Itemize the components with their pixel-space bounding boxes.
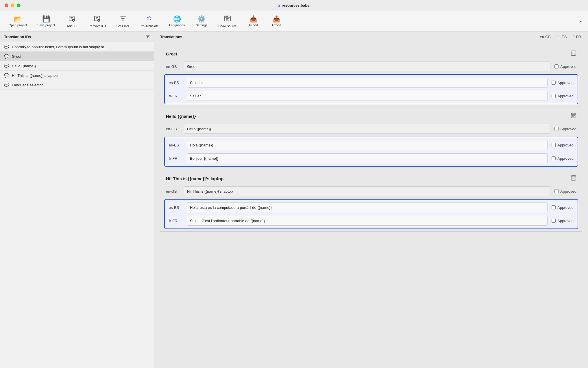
filter-icon[interactable] [145, 34, 150, 40]
export-icon: 📤 [273, 16, 280, 22]
hi-laptop-en-gb-input[interactable] [184, 186, 550, 196]
translation-ids-list: 💬 Contrary to popular belief, Lorem Ipsu… [0, 42, 154, 368]
settings-button[interactable]: ⚙️ Settings [190, 14, 213, 29]
minimize-button[interactable] [11, 3, 14, 7]
languages-button[interactable]: 🌐 Languages [164, 14, 190, 29]
greet-es-es-approved-group: Approved [552, 81, 574, 85]
hello-name-fr-fr-input[interactable] [187, 153, 548, 163]
main-layout: Translation IDs 💬 Contrary to popular be… [0, 32, 588, 368]
settings-icon: ⚙️ [198, 16, 206, 22]
hi-laptop-fr-fr-input[interactable] [187, 216, 548, 226]
greet-section-divider [160, 107, 582, 107]
left-panel: Translation IDs 💬 Contrary to popular be… [0, 32, 154, 368]
greet-es-es-input[interactable] [187, 78, 548, 88]
list-item-text: Language selector [12, 83, 43, 87]
hello-name-section-icon[interactable] [571, 113, 576, 120]
app-title: b resources.babel [278, 3, 310, 8]
hi-laptop-en-gb-approved-group: Approved [554, 189, 576, 194]
list-item[interactable]: 💬 Greet [0, 52, 154, 61]
greet-es-es-approved-checkbox[interactable] [552, 81, 556, 85]
maximize-button[interactable] [17, 3, 21, 7]
hi-laptop-section-icon[interactable] [571, 175, 576, 182]
pre-translate-icon [146, 15, 153, 23]
add-id-icon [68, 15, 75, 23]
pre-translate-label: Pre-Translate [140, 24, 159, 28]
list-item-text: Hi! This is {{name}}'s laptop [12, 73, 58, 78]
show-source-icon [224, 15, 231, 23]
comment-icon: 💬 [4, 54, 9, 59]
add-id-button[interactable]: Add ID [60, 13, 83, 30]
hello-name-fr-fr-approved-label: Approved [557, 156, 574, 161]
lang-tab-es-es[interactable]: es-ES [555, 34, 568, 40]
list-item[interactable]: 💬 Hi! This is {{name}}'s laptop [0, 71, 154, 80]
greet-es-es-lang-label: es-ES [169, 81, 183, 85]
hello-name-section-title: Hello {{name}} [166, 114, 196, 119]
hi-laptop-es-es-row: es-ES Approved [165, 201, 578, 214]
comment-icon: 💬 [4, 64, 9, 68]
lang-tab-en-gb[interactable]: en-GB [539, 34, 552, 40]
hi-laptop-fr-fr-approved-checkbox[interactable] [552, 219, 556, 223]
hello-name-en-gb-input[interactable] [184, 124, 550, 134]
greet-en-gb-approved-checkbox[interactable] [554, 64, 559, 68]
save-project-icon: 💾 [42, 16, 50, 22]
hi-laptop-es-es-input[interactable] [187, 202, 548, 212]
hello-name-es-es-approved-checkbox[interactable] [552, 143, 556, 147]
set-filter-button[interactable]: Set Filter [111, 13, 134, 30]
hi-laptop-highlight-group: es-ES Approved fr-FR Approved [164, 199, 578, 229]
export-button[interactable]: 📤 Export [265, 14, 288, 29]
hi-laptop-fr-fr-approved-group: Approved [552, 219, 574, 223]
greet-en-gb-row: en-GB Approved [160, 60, 582, 73]
list-item[interactable]: 💬 Language selector [0, 80, 154, 90]
greet-fr-fr-approved-checkbox[interactable] [552, 94, 556, 98]
hello-name-es-es-approved-label: Approved [557, 143, 574, 147]
lang-tab-fr-fr[interactable]: fr-FR [571, 34, 582, 40]
remove-ids-button[interactable]: Remove IDs [83, 13, 111, 30]
close-button[interactable] [5, 3, 8, 7]
hi-laptop-es-es-approved-group: Approved [552, 205, 574, 210]
import-button[interactable]: 📥 Import [242, 14, 265, 29]
hello-name-section: Hello {{name}} en-GB [160, 109, 582, 169]
greet-fr-fr-approved-group: Approved [552, 94, 574, 98]
hi-laptop-section-header: Hi! This is {{name}}'s laptop [160, 172, 582, 185]
comment-icon: 💬 [4, 83, 9, 87]
hi-laptop-en-gb-approved-checkbox[interactable] [554, 189, 559, 193]
title-bar: b resources.babel [0, 0, 588, 11]
save-project-button[interactable]: 💾 Save project [32, 14, 60, 29]
right-panel: Translations en-GB es-ES fr-FR Greet [154, 32, 588, 368]
remove-ids-label: Remove IDs [88, 24, 106, 28]
translations-title: Translations [160, 35, 182, 39]
greet-en-gb-lang-label: en-GB [166, 64, 180, 69]
greet-fr-fr-input[interactable] [187, 91, 548, 101]
show-source-button[interactable]: Show source [213, 13, 242, 30]
title-text: resources.babel [282, 3, 310, 8]
hi-laptop-section-divider [160, 231, 582, 232]
hello-name-fr-fr-row: fr-FR Approved [165, 152, 578, 165]
greet-en-gb-approved-group: Approved [554, 64, 576, 69]
languages-icon: 🌐 [173, 16, 181, 22]
open-project-button[interactable]: 📂 Open project [3, 14, 32, 29]
window-controls [5, 3, 21, 7]
right-panel-header: Translations en-GB es-ES fr-FR [154, 32, 588, 42]
greet-section-icon[interactable] [571, 50, 576, 57]
hello-name-en-gb-approved-group: Approved [554, 127, 576, 131]
list-item[interactable]: 💬 Hello {{name}} [0, 61, 154, 71]
remove-ids-icon [94, 15, 101, 23]
greet-fr-fr-approved-label: Approved [557, 94, 574, 98]
hello-name-en-gb-approved-checkbox[interactable] [554, 127, 559, 131]
pre-translate-button[interactable]: Pre-Translate [134, 13, 164, 30]
hi-laptop-section-title: Hi! This is {{name}}'s laptop [166, 176, 223, 181]
greet-en-gb-input[interactable] [184, 62, 550, 71]
toolbar-expand-button[interactable]: » [577, 16, 585, 27]
greet-en-gb-approved-label: Approved [560, 64, 576, 69]
hi-laptop-en-gb-row: en-GB Approved [160, 185, 582, 198]
hi-laptop-fr-fr-lang-label: fr-FR [169, 219, 183, 223]
hi-laptop-es-es-approved-checkbox[interactable] [552, 205, 556, 209]
greet-es-es-approved-label: Approved [557, 81, 574, 85]
hello-name-es-es-input[interactable] [187, 140, 548, 150]
open-project-icon: 📂 [14, 16, 22, 22]
list-item[interactable]: 💬 Contrary to popular belief, Lorem Ipsu… [0, 42, 154, 52]
translation-ids-title: Translation IDs [4, 35, 31, 39]
comment-icon: 💬 [4, 73, 9, 78]
hi-laptop-fr-fr-row: fr-FR Approved [165, 214, 578, 227]
hello-name-fr-fr-approved-checkbox[interactable] [552, 156, 556, 160]
